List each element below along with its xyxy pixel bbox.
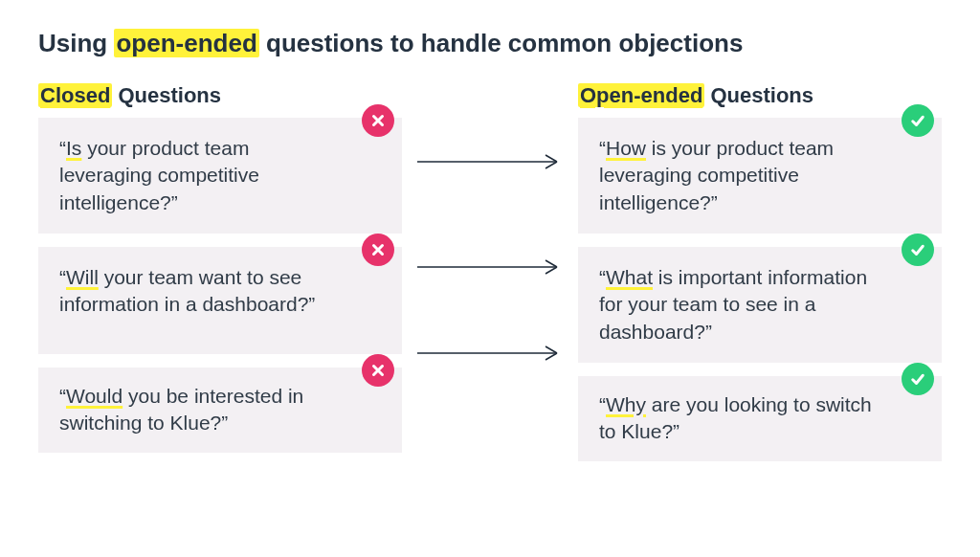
open-card-2: “What is important information for your …: [578, 247, 942, 363]
closed-keyword-1: Is: [66, 137, 81, 159]
arrow-right-icon: [413, 150, 567, 173]
q-open: “: [599, 137, 606, 159]
check-icon: [902, 104, 934, 137]
open-header-highlight: Open-ended: [578, 83, 704, 107]
open-card-3: “Why are you looking to switch to Klue?”: [578, 376, 942, 461]
open-header-hl-text: Open-ended: [578, 83, 704, 107]
open-keyword-2: What: [606, 266, 653, 288]
q-open: “: [599, 393, 606, 415]
closed-keyword-3: Would: [66, 385, 122, 407]
closed-header-hl-text: Closed: [38, 83, 112, 107]
closed-rest-2: your team want to see information in a d…: [59, 266, 315, 315]
q-open: “: [59, 385, 66, 407]
columns: Closed Questions “Is your product team l…: [38, 83, 942, 461]
cross-icon: [362, 234, 394, 266]
closed-header: Closed Questions: [38, 83, 402, 108]
check-icon: [902, 363, 934, 395]
q-open: “: [59, 137, 66, 159]
open-keyword-3: Why: [606, 393, 646, 415]
check-icon: [902, 234, 934, 266]
open-keyword-1: How: [606, 137, 646, 159]
closed-rest-1: your product team leveraging competitive…: [59, 137, 259, 213]
cross-icon: [362, 104, 394, 137]
open-header: Open-ended Questions: [578, 83, 942, 108]
arrow-right-icon: [413, 342, 567, 365]
closed-card-1: “Is your product team leveraging competi…: [38, 118, 402, 234]
q-open: “: [599, 266, 606, 288]
page: Using open-ended questions to handle com…: [0, 0, 980, 480]
arrow-right-icon: [413, 256, 567, 278]
open-column: Open-ended Questions “How is your produc…: [578, 83, 942, 461]
closed-keyword-2: Will: [66, 266, 99, 288]
open-header-rest: Questions: [704, 83, 813, 107]
closed-card-2: “Will your team want to see information …: [38, 247, 402, 354]
cross-icon: [362, 354, 394, 387]
open-card-1: “How is your product team leveraging com…: [578, 118, 942, 234]
closed-header-highlight: Closed: [38, 83, 112, 107]
title-highlight: open-ended: [114, 29, 258, 57]
title-post: questions to handle common objections: [259, 29, 744, 57]
closed-header-rest: Questions: [112, 83, 221, 107]
page-title: Using open-ended questions to handle com…: [38, 29, 942, 58]
closed-column: Closed Questions “Is your product team l…: [38, 83, 402, 453]
q-open: “: [59, 266, 66, 288]
closed-card-3: “Would you be interested in switching to…: [38, 368, 402, 453]
arrows-column: [402, 83, 578, 407]
title-pre: Using: [38, 29, 114, 57]
